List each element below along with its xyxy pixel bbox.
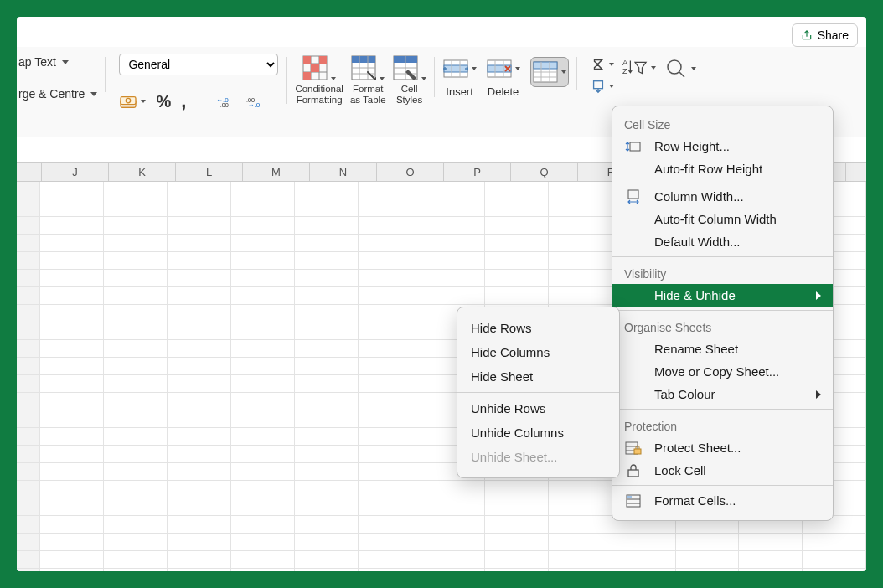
submenu-unhide-rows[interactable]: Unhide Rows [457,396,619,420]
grid-cell[interactable] [40,481,104,498]
grid-cell[interactable] [359,252,422,270]
grid-cell[interactable] [104,516,168,534]
grid-cell[interactable] [359,410,422,428]
grid-cell[interactable] [295,235,359,252]
grid-cell[interactable] [40,498,104,516]
grid-cell[interactable] [359,428,422,446]
insert-button[interactable]: Insert [443,57,477,98]
grid-cell[interactable] [485,516,549,534]
sort-filter-button[interactable]: AZ [622,57,656,79]
grid-cell[interactable] [549,217,612,235]
grid-cell[interactable] [231,235,295,252]
grid-cell[interactable] [295,446,359,463]
menu-autofit-col[interactable]: Auto-fit Column Width [612,208,833,230]
fill-button[interactable] [591,79,614,94]
grid-cell[interactable] [549,235,612,252]
grid-cell[interactable] [359,498,422,516]
col-header[interactable]: M [243,163,310,181]
grid-cell[interactable] [612,569,676,571]
grid-cell[interactable] [549,287,612,305]
grid-cell[interactable] [359,217,422,235]
grid-cell[interactable] [40,199,104,217]
grid-cell[interactable] [104,393,168,410]
grid-cell[interactable] [168,182,231,199]
grid-row[interactable] [17,551,866,569]
grid-cell[interactable] [612,534,676,551]
grid-cell[interactable] [359,481,422,498]
decrease-decimal-button[interactable]: .00→.0 [246,94,266,109]
grid-cell[interactable] [231,446,295,463]
grid-cell[interactable] [421,551,485,569]
col-header[interactable]: O [377,163,444,181]
grid-cell[interactable] [104,446,168,463]
grid-cell[interactable] [231,393,295,410]
grid-cell[interactable] [295,217,359,235]
grid-cell[interactable] [295,410,359,428]
grid-cell[interactable] [104,534,168,551]
grid-cell[interactable] [168,358,231,375]
grid-cell[interactable] [231,287,295,305]
format-as-table-button[interactable]: Formatas Table [350,55,386,106]
grid-cell[interactable] [168,446,231,463]
grid-cell[interactable] [485,287,549,305]
menu-row-height[interactable]: Row Height... [612,135,833,157]
col-header[interactable]: L [176,163,243,181]
wrap-text-button[interactable]: ap Text [18,55,97,69]
grid-cell[interactable] [104,199,168,217]
grid-cell[interactable] [168,235,231,252]
menu-default-width[interactable]: Default Width... [612,230,833,253]
grid-cell[interactable] [40,322,104,340]
grid-cell[interactable] [295,305,359,322]
grid-cell[interactable] [168,340,231,358]
grid-cell[interactable] [549,270,612,287]
grid-cell[interactable] [295,252,359,270]
grid-cell[interactable] [168,481,231,498]
grid-cell[interactable] [295,481,359,498]
grid-cell[interactable] [421,481,485,498]
grid-cell[interactable] [739,534,803,551]
grid-cell[interactable] [231,305,295,322]
grid-cell[interactable] [231,410,295,428]
grid-cell[interactable] [168,534,231,551]
grid-row[interactable] [17,534,866,551]
currency-button[interactable] [119,94,146,109]
grid-cell[interactable] [295,199,359,217]
submenu-hide-rows[interactable]: Hide Rows [457,316,619,340]
select-all-corner[interactable] [17,163,42,181]
grid-cell[interactable] [359,393,422,410]
grid-cell[interactable] [295,516,359,534]
grid-cell[interactable] [421,498,485,516]
grid-cell[interactable] [359,375,422,393]
grid-cell[interactable] [168,252,231,270]
grid-cell[interactable] [549,534,612,551]
grid-cell[interactable] [295,569,359,571]
grid-cell[interactable] [549,199,612,217]
grid-cell[interactable] [485,551,549,569]
grid-row[interactable] [17,569,866,571]
grid-cell[interactable] [485,217,549,235]
grid-cell[interactable] [231,252,295,270]
grid-cell[interactable] [549,516,612,534]
grid-cell[interactable] [104,551,168,569]
grid-cell[interactable] [104,305,168,322]
grid-cell[interactable] [168,322,231,340]
grid-cell[interactable] [295,358,359,375]
grid-cell[interactable] [104,481,168,498]
grid-cell[interactable] [231,322,295,340]
grid-cell[interactable] [421,199,485,217]
submenu-hide-sheet[interactable]: Hide Sheet [457,364,619,389]
grid-cell[interactable] [359,446,422,463]
grid-cell[interactable] [231,375,295,393]
grid-cell[interactable] [104,182,168,199]
grid-cell[interactable] [104,270,168,287]
menu-protect-sheet[interactable]: Protect Sheet... [612,436,833,459]
grid-cell[interactable] [485,481,549,498]
grid-cell[interactable] [231,534,295,551]
grid-cell[interactable] [231,199,295,217]
grid-cell[interactable] [168,305,231,322]
grid-cell[interactable] [168,569,231,571]
grid-cell[interactable] [231,569,295,571]
grid-cell[interactable] [40,182,104,199]
grid-cell[interactable] [40,287,104,305]
grid-cell[interactable] [168,393,231,410]
